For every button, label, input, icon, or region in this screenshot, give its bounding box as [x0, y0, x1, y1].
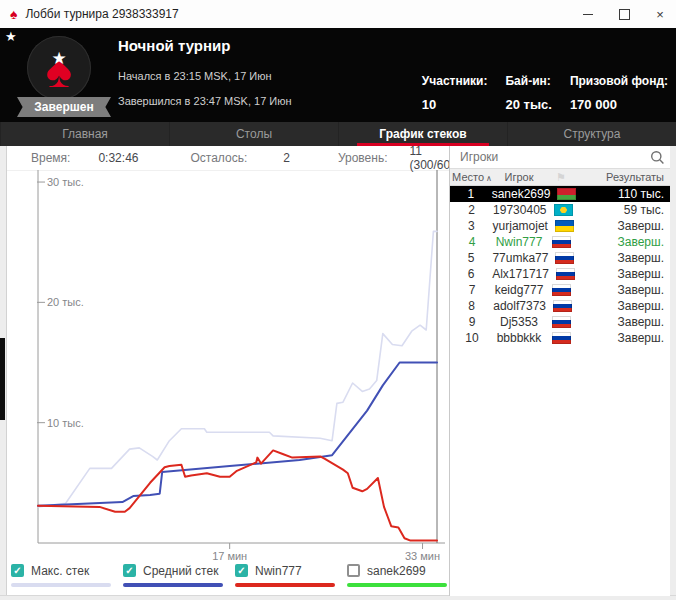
- player-place: 8: [450, 299, 493, 313]
- maximize-icon: [619, 9, 630, 20]
- tab-stack-chart[interactable]: График стеков: [338, 122, 507, 146]
- player-row[interactable]: 1 sanek2699 110 тыс.: [450, 186, 670, 202]
- favorite-star-icon[interactable]: ★: [5, 29, 17, 44]
- player-row[interactable]: 6 Alx171717 Заверш.: [450, 266, 670, 282]
- player-place: 1: [450, 187, 492, 201]
- player-result: Заверш.: [578, 315, 670, 329]
- logo-spade-icon: ♠: [27, 38, 91, 102]
- player-row[interactable]: 2 19730405 59 тыс.: [450, 202, 670, 218]
- buyin-value: 20 тыс.: [505, 97, 551, 112]
- chart-legend: Макс. стек Средний стек Nwin777: [7, 562, 449, 587]
- country-flag-icon: [552, 316, 571, 328]
- country-flag-icon: [557, 188, 576, 200]
- minimize-button[interactable]: [580, 6, 596, 22]
- prizepool-value: 170 000: [570, 97, 668, 112]
- stack-chart: 10 тыс.20 тыс.30 тыс.17 мин33 мин: [7, 170, 449, 562]
- column-results[interactable]: Результаты: [578, 171, 670, 183]
- logo-star-icon: ★: [27, 50, 91, 67]
- tab-structure[interactable]: Структура: [507, 122, 676, 146]
- minimize-icon: [583, 14, 593, 15]
- level-label: Уровень:: [338, 151, 388, 165]
- player-result: Заверш.: [582, 267, 670, 281]
- country-flag-icon: [552, 332, 571, 344]
- player-place: 7: [450, 283, 494, 297]
- player-place: 2: [450, 203, 493, 217]
- player-result: Заверш.: [578, 331, 670, 345]
- participants-value: 10: [422, 97, 488, 112]
- checkbox-nwin777[interactable]: [235, 564, 248, 577]
- player-search-input[interactable]: [450, 150, 644, 164]
- status-badge: Завершен: [17, 97, 111, 117]
- players-panel: Место∧ Игрок ⚑ Результаты 1 sanek2699 11…: [449, 146, 670, 596]
- legend-item-max-stack: Макс. стек: [11, 562, 111, 587]
- tournament-lobby-window: ♠ Лобби турнира 2938333917 × ★ ♠ ★ Ночно…: [0, 0, 676, 600]
- player-result: Заверш.: [579, 299, 670, 313]
- legend-item-nwin777: Nwin777: [235, 562, 335, 587]
- player-row[interactable]: 8 adolf7373 Заверш.: [450, 298, 670, 314]
- player-search-row: [450, 146, 670, 169]
- player-row[interactable]: 3 yurjamojet Заверш.: [450, 218, 670, 234]
- country-flag-icon: [553, 300, 572, 312]
- chart-section: Время: 0:32:46 Осталось: 2 Уровень: 11 (…: [7, 146, 449, 596]
- player-name: yurjamojet: [493, 219, 548, 233]
- maximize-button[interactable]: [616, 6, 632, 22]
- player-result: Заверш.: [581, 219, 670, 233]
- player-result: 59 тыс.: [580, 203, 670, 217]
- tournament-header: ★ ♠ ★ Ночной турнир Начался в 23:15 MSK,…: [0, 28, 676, 122]
- column-player[interactable]: Игрок: [494, 171, 544, 183]
- window-title: Лобби турнира 2938333917: [25, 7, 178, 21]
- remaining-value: 2: [283, 151, 290, 165]
- content-area: Время: 0:32:46 Осталось: 2 Уровень: 11 (…: [0, 146, 676, 600]
- player-name: keidg777: [494, 283, 544, 297]
- checkbox-avg-stack[interactable]: [123, 564, 136, 577]
- player-name: bbbbkkk: [494, 331, 544, 345]
- legend-color-line: [123, 583, 223, 587]
- close-button[interactable]: ×: [652, 6, 668, 22]
- player-name: Dj5353: [494, 315, 544, 329]
- tournament-start-time: Начался в 23:15 MSK, 17 Июн: [118, 70, 292, 82]
- legend-label: Макс. стек: [31, 564, 89, 578]
- legend-color-line: [11, 583, 111, 587]
- title-bar: ♠ Лобби турнира 2938333917 ×: [0, 0, 676, 28]
- svg-text:10 тыс.: 10 тыс.: [47, 417, 84, 429]
- checkbox-max-stack[interactable]: [11, 564, 24, 577]
- player-place: 4: [450, 235, 494, 249]
- player-result: Заверш.: [578, 235, 670, 249]
- player-row[interactable]: 7 keidg777 Заверш.: [450, 282, 670, 298]
- column-place[interactable]: Место∧: [450, 171, 494, 183]
- country-flag-icon: [552, 236, 571, 248]
- player-row[interactable]: 4 Nwin777 Заверш.: [450, 234, 670, 250]
- sort-asc-icon: ∧: [486, 174, 492, 183]
- svg-text:20 тыс.: 20 тыс.: [47, 296, 84, 308]
- window-edge-right: [669, 146, 676, 600]
- player-result: Заверш.: [578, 283, 670, 297]
- time-label: Время:: [31, 151, 70, 165]
- blind-status-row: Время: 0:32:46 Осталось: 2 Уровень: 11 (…: [7, 146, 449, 171]
- prizepool-label: Призовой фонд:: [570, 74, 668, 88]
- player-name: Nwin777: [494, 235, 544, 249]
- legend-label: sanek2699: [367, 564, 426, 578]
- player-name: adolf7373: [493, 299, 546, 313]
- search-icon[interactable]: [644, 150, 670, 165]
- country-flag-icon: [555, 252, 574, 264]
- svg-text:30 тыс.: 30 тыс.: [47, 176, 84, 188]
- player-result: 110 тыс.: [583, 187, 670, 201]
- tournament-stats: Участники: 10 Бай-ин: 20 тыс. Призовой ф…: [422, 74, 668, 112]
- player-row[interactable]: 9 Dj5353 Заверш.: [450, 314, 670, 330]
- player-row[interactable]: 5 77umka77 Заверш.: [450, 250, 670, 266]
- dock-handle[interactable]: [0, 338, 5, 420]
- stack-chart-svg: 10 тыс.20 тыс.30 тыс.17 мин33 мин: [7, 170, 449, 562]
- tab-tables[interactable]: Столы: [169, 122, 338, 146]
- legend-color-line: [235, 583, 335, 587]
- svg-text:33 мин: 33 мин: [405, 550, 440, 562]
- country-flag-icon: [554, 204, 573, 216]
- legend-color-line: [347, 583, 447, 587]
- country-flag-icon: [555, 220, 574, 232]
- tab-main[interactable]: Главная: [0, 122, 169, 146]
- player-place: 6: [450, 267, 492, 281]
- player-row[interactable]: 10 bbbbkkk Заверш.: [450, 330, 670, 346]
- legend-label: Nwin777: [255, 564, 302, 578]
- tab-bar: Главная Столы График стеков Структура: [0, 122, 676, 146]
- checkbox-sanek2699[interactable]: [347, 564, 360, 577]
- player-name: sanek2699: [492, 187, 551, 201]
